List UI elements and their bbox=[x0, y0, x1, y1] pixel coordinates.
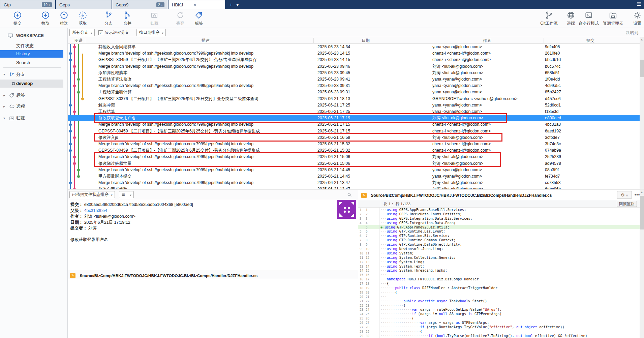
stash-icon bbox=[9, 115, 15, 121]
view-mode-dropdown[interactable]: ☰∨ bbox=[119, 191, 134, 198]
close-icon[interactable]: × bbox=[192, 2, 197, 7]
sidebar-section-stash[interactable]: ▾ 贮藏 bbox=[0, 114, 63, 122]
changed-file-row[interactable]: ✎ Source/BizComp/HBKJ.FWTODOJC/HBKJ.FWTO… bbox=[68, 271, 358, 279]
commit-row[interactable]: Merge branch 'develop' of ssh://geekssh.… bbox=[68, 83, 640, 89]
branch-button[interactable]: 分支 bbox=[98, 11, 119, 26]
commit-author: chenz-i <chenz-i@glodon.com> bbox=[432, 128, 544, 134]
push-button[interactable]: 推送 bbox=[53, 11, 75, 26]
commit-row[interactable]: Merge branch 'develop' of ssh://geekssh.… bbox=[68, 180, 640, 186]
code-text: ···using System.Collections.Generic; bbox=[379, 255, 456, 259]
branch-filter-dropdown[interactable]: 所有分支∨ bbox=[69, 29, 95, 36]
column-header-desc[interactable]: 描述 bbox=[202, 38, 210, 43]
scroll-up-icon[interactable]: ▲ bbox=[640, 37, 644, 42]
commit-row[interactable]: GEPSST-80459 【二开项目】-【淮矿三期2025年6月25交付】-劳务… bbox=[68, 147, 640, 154]
sort-order-dropdown[interactable]: 按日期排序∨ bbox=[136, 29, 166, 36]
chevron-right-icon[interactable]: ▸ bbox=[3, 91, 7, 99]
commit-row[interactable]: Merge branch 'develop' of ssh://geekssh.… bbox=[68, 154, 640, 160]
file-sort-dropdown[interactable]: 已依照文件状态排序∨ bbox=[69, 191, 115, 198]
commit-row[interactable]: 添加弹性域脚本2025-06-23 09:45刘涛 <liut-ak@glodo… bbox=[68, 70, 640, 76]
rollback-hunk-button[interactable]: 回滚区块 bbox=[617, 201, 637, 207]
commit-row[interactable]: GEPSST-80459 【二开项目】-【淮矿三期2025年6月25交付】-劳务… bbox=[68, 128, 640, 134]
column-header-author[interactable]: 作者 bbox=[483, 38, 491, 43]
metadata-field: 提交： e800aed5f9fd20bd63ca7fbd58e25adb5100… bbox=[70, 202, 193, 208]
tag-button[interactable]: 标签 bbox=[188, 11, 210, 26]
tab-HBKJ[interactable]: HBKJ× bbox=[168, 0, 225, 9]
tab-Geps[interactable]: Geps bbox=[56, 0, 112, 9]
diff-scrollbar[interactable]: ▲ bbox=[640, 190, 644, 338]
scrollbar-thumb[interactable] bbox=[640, 60, 644, 77]
commit-author: yana <yana@glodon.com> bbox=[432, 173, 544, 180]
fetch-button[interactable]: 获取 bbox=[72, 11, 94, 26]
hunk-header: 块 1： 行 1-123 回滚区块 bbox=[358, 200, 640, 208]
sidebar-item-history[interactable]: History bbox=[0, 50, 63, 58]
jump-to-label[interactable]: 跳转到: bbox=[626, 30, 639, 36]
commit-button[interactable]: 提交 bbox=[7, 11, 28, 26]
commit-description: GEPSST-80459 【二开项目】-【淮矿三期2025年6月25交付】-劳务… bbox=[98, 128, 316, 134]
sidebar-item-search[interactable]: Search bbox=[0, 59, 63, 66]
commit-row[interactable]: Merge branch 'develop' of ssh://geekssh.… bbox=[68, 121, 640, 128]
sidebar-section-remotes[interactable]: ▸ 远程 bbox=[0, 102, 63, 111]
gutter-separator bbox=[374, 260, 379, 264]
explorer-button[interactable]: 资源管理器 bbox=[600, 11, 626, 26]
commit-row[interactable]: Merge branch 'develop' of ssh://geekssh.… bbox=[68, 63, 640, 70]
settings-button[interactable]: 设置 bbox=[624, 11, 644, 26]
sidebar-item-develop[interactable]: develop bbox=[0, 80, 63, 88]
hamburger-menu-icon[interactable]: ☰ bbox=[637, 1, 641, 7]
commit-circle-icon bbox=[10, 81, 17, 87]
commit-row[interactable]: 工程结算金额计算2025-06-23 09:31yana <yana@glodo… bbox=[68, 89, 640, 95]
commit-list-scrollbar[interactable]: ▲ bbox=[640, 37, 644, 189]
commit-hash: f185cfd bbox=[545, 109, 638, 115]
new-tab-button[interactable]: + bbox=[229, 2, 232, 7]
parent-commit-link[interactable]: 4bc31a3be4 bbox=[84, 208, 107, 213]
column-header-date[interactable]: 日期 bbox=[362, 38, 370, 43]
tab-Gtp[interactable]: Gtp19 ↓ bbox=[0, 0, 55, 9]
tab-label: Geps9 bbox=[116, 2, 128, 7]
commit-row[interactable]: GEPSST-80459 【二开项目】-【淮矿三期2025年6月25交付】-劳务… bbox=[68, 57, 640, 63]
commit-row[interactable]: GEPSST-80376 【二开项目】-【淮矿三期2025年6月25日交付】业务… bbox=[68, 96, 640, 102]
chevron-down-icon[interactable]: ▾ bbox=[3, 70, 7, 79]
commit-row[interactable]: 解决冲突2025-06-21 17:25yana <yana@glodon.co… bbox=[68, 102, 640, 109]
merge-button[interactable]: 合并 bbox=[117, 11, 138, 26]
commit-hash: 074ab9a bbox=[545, 147, 638, 154]
gutter-separator bbox=[374, 255, 379, 260]
show-remote-checkbox[interactable]: ✓ bbox=[98, 30, 103, 35]
gutter-separator bbox=[374, 290, 379, 295]
code-text: ···{ bbox=[379, 281, 389, 285]
sidebar-section-label: 分支 bbox=[16, 70, 25, 79]
tab-Geps9[interactable]: Geps92 ↓ bbox=[112, 0, 168, 9]
sort-order-value: 按日期排序 bbox=[139, 30, 159, 35]
sidebar-section-tags[interactable]: ▸ 标签 bbox=[0, 91, 63, 99]
chevron-down-icon: ∨ bbox=[129, 191, 132, 198]
column-header-graph[interactable]: 图谱 bbox=[74, 38, 83, 43]
metadata-value: 刘涛 <liut-ak@glodon.com> bbox=[84, 214, 135, 219]
commit-row[interactable]: 修改注入js2025-06-21 16:58刘涛 <liut-ak@glodon… bbox=[68, 134, 640, 141]
code-line: 1516··· bbox=[358, 273, 640, 277]
commit-row[interactable]: 工程结算算法修改2025-06-23 09:41yana <yana@glodo… bbox=[68, 76, 640, 83]
column-header-hash[interactable]: 提交 bbox=[586, 38, 594, 43]
chevron-down-icon[interactable]: ▾ bbox=[3, 114, 7, 122]
tab-list-dropdown-icon[interactable]: ▾ bbox=[236, 2, 239, 7]
commit-row[interactable]: 甲方报量脚本提交2025-06-21 14:45yana <yana@glodo… bbox=[68, 173, 640, 180]
commit-row[interactable]: 工程结算2025-06-21 17:25yana <yana@glodon.co… bbox=[68, 109, 640, 115]
gutter-separator bbox=[374, 281, 379, 286]
sidebar-section-branches[interactable]: ▾ 分支 bbox=[0, 70, 63, 79]
terminal-button[interactable]: 命令行模式 bbox=[576, 11, 602, 26]
search-icon[interactable] bbox=[347, 192, 352, 197]
chevron-right-icon[interactable]: ▸ bbox=[3, 102, 7, 111]
commit-row[interactable]: Merge branch 'develop' of ssh://geekssh.… bbox=[68, 167, 640, 173]
metadata-label: 日期： bbox=[70, 220, 84, 225]
commit-row[interactable]: Merge branch 'develop' of ssh://geekssh.… bbox=[68, 50, 640, 57]
commit-description: 其他收入合同结算单 bbox=[98, 44, 316, 50]
commit-row[interactable]: 其他收入合同结算单2025-06-23 14:34yana <yana@glod… bbox=[68, 44, 640, 50]
commit-row[interactable]: 修改获取登录用户名2025-06-21 17:19刘涛 <liut-ak@glo… bbox=[68, 115, 640, 121]
sidebar-item-file-status[interactable]: 文件状态 bbox=[0, 42, 63, 50]
scrollbar-thumb[interactable] bbox=[640, 196, 644, 229]
commit-row[interactable]: 修改自定义函数2025-06-21 13:47刘涛 <liut-ak@glodo… bbox=[68, 186, 640, 189]
commit-description: 修改注入js bbox=[98, 134, 316, 141]
gutter-separator bbox=[374, 264, 379, 269]
commit-row[interactable]: 修改绕过验权常量2025-06-21 15:06刘涛 <liut-ak@glod… bbox=[68, 160, 640, 167]
tab-badge: 19 ↓ bbox=[42, 2, 52, 7]
diff-options-button[interactable]: ⚙ ∨ bbox=[617, 191, 632, 199]
commit-row[interactable]: Merge branch 'develop' of ssh://geekssh.… bbox=[68, 141, 640, 147]
scroll-up-icon[interactable]: ▲ bbox=[640, 190, 644, 194]
